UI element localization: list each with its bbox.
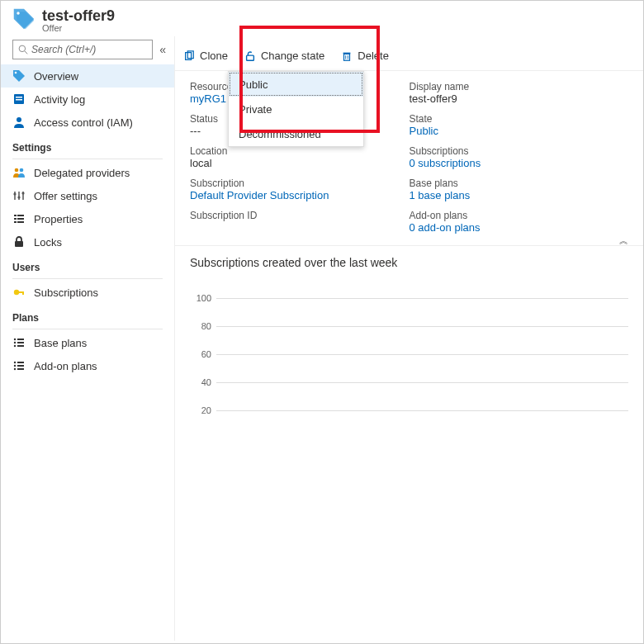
svg-rect-41 <box>344 54 350 60</box>
location-value: local <box>190 157 410 169</box>
sidebar-item-delegated-providers[interactable]: Delegated providers <box>1 161 174 184</box>
svg-rect-33 <box>17 362 24 363</box>
collapse-sidebar-icon[interactable]: « <box>159 43 166 56</box>
list-icon <box>12 336 26 349</box>
chart-gridline-rule <box>216 410 628 411</box>
collapse-chart-icon[interactable]: ︽ <box>619 234 628 247</box>
field-label: Location <box>190 145 410 157</box>
svg-rect-27 <box>17 339 24 340</box>
svg-rect-40 <box>247 55 254 60</box>
svg-rect-19 <box>17 218 24 220</box>
sidebar-item-iam[interactable]: Access control (IAM) <box>1 111 174 134</box>
svg-rect-21 <box>17 221 24 223</box>
section-users: Users <box>1 253 174 277</box>
svg-rect-25 <box>22 291 24 295</box>
sidebar-item-label: Locks <box>34 236 62 249</box>
person-icon <box>12 116 26 129</box>
copy-icon <box>183 50 195 62</box>
sidebar-item-label: Activity log <box>34 93 85 106</box>
providers-icon <box>12 166 26 179</box>
section-plans: Plans <box>1 304 174 327</box>
chart-y-tick: 20 <box>190 405 216 415</box>
svg-point-13 <box>13 192 16 195</box>
svg-line-2 <box>25 51 27 54</box>
key-icon <box>12 286 26 299</box>
unlock-icon <box>244 50 256 62</box>
field-label: Base plans <box>410 178 629 189</box>
svg-rect-31 <box>17 345 24 347</box>
delete-button[interactable]: Delete <box>333 41 397 71</box>
sidebar-item-label: Add-on plans <box>34 360 97 372</box>
properties-icon <box>12 212 26 225</box>
sidebar-item-base-plans[interactable]: Base plans <box>1 331 174 354</box>
svg-rect-22 <box>15 241 23 247</box>
sliders-icon <box>12 189 26 202</box>
chart-y-tick: 40 <box>190 377 216 387</box>
state-link[interactable]: Public <box>410 125 629 137</box>
change-state-button[interactable]: Change state <box>236 41 333 71</box>
addon-plans-link[interactable]: 0 add-on plans <box>410 221 629 234</box>
sidebar-item-properties[interactable]: Properties <box>1 207 174 230</box>
chart-gridline: 60 <box>190 340 628 368</box>
subscriptions-link[interactable]: 0 subscriptions <box>410 157 629 169</box>
option-label: Decommissioned <box>239 128 321 140</box>
sidebar-item-subscriptions[interactable]: Subscriptions <box>1 281 174 304</box>
button-label: Delete <box>358 50 389 62</box>
button-label: Change state <box>261 50 324 62</box>
list-icon <box>12 359 26 372</box>
clone-button[interactable]: Clone <box>175 41 236 71</box>
svg-rect-35 <box>17 365 24 367</box>
svg-rect-16 <box>14 215 17 216</box>
chart-gridline: 100 <box>190 284 628 312</box>
chart-gridline-rule <box>216 354 628 355</box>
sidebar-item-label: Base plans <box>34 337 87 349</box>
sidebar-item-activity-log[interactable]: Activity log <box>1 88 174 111</box>
svg-point-26 <box>14 339 16 340</box>
chart-gridline-rule <box>216 298 628 299</box>
sidebar-item-locks[interactable]: Locks <box>1 230 174 253</box>
field-label: Subscription ID <box>190 210 410 221</box>
svg-point-30 <box>14 345 16 347</box>
svg-point-9 <box>20 168 24 173</box>
trash-icon <box>341 50 353 62</box>
svg-point-8 <box>15 168 19 173</box>
chart-y-tick: 80 <box>190 321 216 331</box>
base-plans-link[interactable]: 1 base plans <box>410 189 629 201</box>
svg-point-15 <box>21 192 24 194</box>
field-label: State <box>410 113 629 125</box>
option-label: Private <box>239 103 272 116</box>
svg-rect-42 <box>343 52 351 54</box>
sidebar-item-addon-plans[interactable]: Add-on plans <box>1 354 174 377</box>
offer-tag-icon <box>12 7 36 33</box>
activity-log-icon <box>12 92 26 106</box>
search-input[interactable]: Search (Ctrl+/) <box>12 40 153 59</box>
sidebar-item-overview[interactable]: Overview <box>1 64 174 88</box>
chart-y-tick: 60 <box>190 349 216 359</box>
field-label: Display name <box>410 81 629 92</box>
subscription-link[interactable]: Default Provider Subscription <box>190 189 410 201</box>
search-icon <box>18 45 28 54</box>
sidebar-item-offer-settings[interactable]: Offer settings <box>1 184 174 207</box>
svg-point-28 <box>14 342 16 343</box>
chart-gridline: 40 <box>190 368 628 396</box>
svg-point-34 <box>14 365 16 367</box>
chart-title: Subscriptions created over the last week <box>190 256 628 269</box>
button-label: Clone <box>200 50 228 62</box>
svg-rect-18 <box>14 218 17 220</box>
tag-icon <box>12 69 26 83</box>
divider <box>12 278 163 279</box>
display-name-value: test-offer9 <box>410 92 629 105</box>
lock-icon <box>12 235 26 249</box>
page-title: test-offer9 <box>42 7 115 25</box>
sidebar-item-label: Subscriptions <box>34 286 98 299</box>
dropdown-option-public[interactable]: Public <box>229 72 363 97</box>
dropdown-option-decommissioned[interactable]: Decommissioned <box>229 121 363 146</box>
svg-rect-20 <box>14 221 17 223</box>
change-state-dropdown: Public Private Decommissioned <box>228 71 364 147</box>
svg-point-0 <box>17 12 20 15</box>
svg-rect-6 <box>16 99 22 101</box>
dropdown-option-private[interactable]: Private <box>229 97 363 121</box>
svg-rect-5 <box>16 97 22 98</box>
svg-point-3 <box>15 72 17 74</box>
main-content: Clone Change state Delete Public Private… <box>174 36 643 641</box>
